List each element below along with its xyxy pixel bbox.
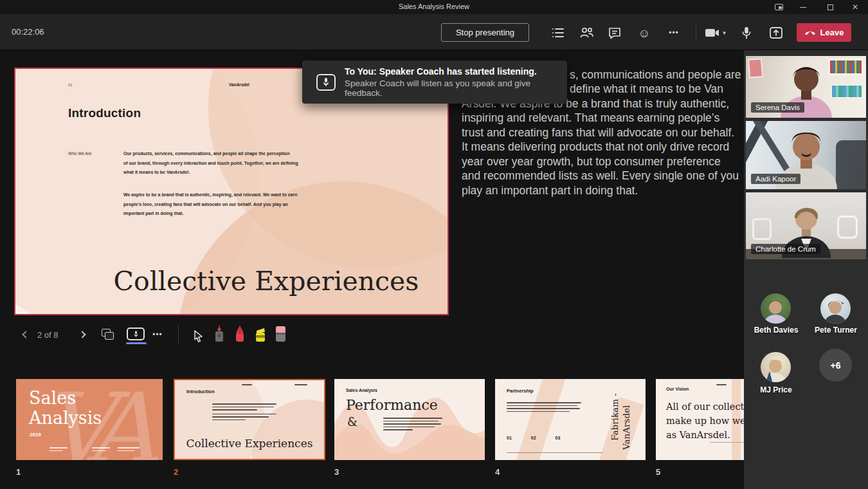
- active-tool-indicator: [126, 342, 147, 344]
- overflow-participants-badge[interactable]: +6: [819, 349, 852, 382]
- pointer-tool[interactable]: [191, 324, 205, 342]
- leave-button[interactable]: Leave: [797, 23, 851, 42]
- toast-title: To You: Speaker Coach has started listen…: [345, 66, 567, 77]
- text-placeholder: [118, 447, 140, 453]
- slide-body-paragraph: Our products, services, communications, …: [123, 149, 316, 178]
- thumbnail-number: 4: [495, 467, 500, 477]
- text-placeholder: [212, 403, 276, 422]
- slide-side-label: Who We Are: [68, 151, 91, 156]
- more-options-icon[interactable]: •••: [664, 23, 683, 42]
- avatar-name: Beth Davies: [744, 326, 808, 335]
- teams-meeting-window: Sales Analysis Review ✕ 00:22:06 Stop pr…: [0, 0, 868, 489]
- slide-position: 2 of 8: [37, 330, 59, 340]
- avatar-mj[interactable]: [761, 352, 791, 382]
- hangup-icon: [804, 30, 816, 35]
- highlighter-tool[interactable]: [253, 324, 267, 342]
- window-title: Sales Analysis Review: [0, 3, 868, 10]
- window-titlebar: Sales Analysis Review ✕: [0, 0, 868, 14]
- thumbnail-amp: &: [347, 415, 357, 429]
- person-silhouette: [761, 293, 791, 324]
- maximize-icon[interactable]: [822, 0, 838, 14]
- toast-subtitle: Speaker Coach will listen as you speak a…: [345, 78, 567, 98]
- participant-name: Aadi Kapoor: [751, 174, 800, 184]
- toolbar-divider: [696, 23, 696, 42]
- thumbnail-number: 3: [334, 467, 339, 477]
- text-placeholder: [92, 447, 110, 453]
- slide-heading: Introduction: [68, 106, 141, 120]
- slide-thumbnail-3[interactable]: Sales Analysis Performance &: [334, 379, 485, 460]
- thumbnail-number: 1: [16, 467, 21, 477]
- thumbnail-number: 5: [656, 467, 660, 477]
- thumbnail-year: 2019: [30, 432, 41, 438]
- text-placeholder: [383, 418, 442, 432]
- thumbnail-list-items: 01 02 03: [507, 436, 560, 440]
- thumbnail-rule: [507, 452, 603, 453]
- previous-slide-icon[interactable]: [19, 328, 32, 341]
- share-screen-icon[interactable]: [766, 23, 786, 42]
- slide-thumbnail-1[interactable]: VA Sales Analysis 2019: [16, 379, 163, 460]
- chat-icon[interactable]: [605, 23, 624, 42]
- thumbnail-side-title: Fabrikam -: [610, 393, 620, 441]
- thumbnail-number: 2: [174, 467, 178, 477]
- microphone-icon[interactable]: [737, 23, 756, 42]
- meeting-notes-icon[interactable]: [548, 23, 568, 42]
- thumbnail-heading: Sales Analysis: [346, 388, 377, 392]
- pen-tool[interactable]: [233, 324, 247, 342]
- slide-thumbnail-2-selected[interactable]: Introduction Collective Experiences: [174, 379, 325, 460]
- text-placeholder: [507, 402, 581, 414]
- thumbnail-rule: [710, 442, 748, 443]
- camera-dropdown-icon[interactable]: ▾: [723, 30, 726, 36]
- speaker-coach-icon: [316, 74, 336, 91]
- thumbnail-side-title: VanArsdel: [621, 405, 631, 450]
- speaker-coach-toggle-icon[interactable]: [125, 326, 147, 342]
- meeting-timer: 00:22:06: [12, 27, 44, 37]
- nav-divider: [178, 325, 179, 344]
- reactions-icon[interactable]: ☺: [635, 23, 654, 42]
- camera-toggle-icon[interactable]: ▾: [702, 23, 729, 42]
- slide-body-paragraph: We aspire to be a brand that is authenti…: [123, 190, 316, 219]
- close-icon[interactable]: ✕: [847, 0, 863, 14]
- video-tile-serena[interactable]: Serena Davis: [746, 56, 866, 118]
- participant-name: Charlotte de Crum: [751, 244, 820, 254]
- current-slide: 01 VanArsdel Introduction Who We Are Our…: [14, 68, 449, 315]
- text-placeholder: [294, 384, 307, 387]
- thumbnail-title: Sales Analysis: [29, 388, 102, 428]
- meeting-toolbar: 00:22:06 Stop presenting ☺ •: [0, 14, 868, 50]
- picture-in-picture-icon[interactable]: [771, 0, 786, 14]
- stop-presenting-button[interactable]: Stop presenting: [441, 23, 529, 42]
- thumbnail-title: Collective Experiences: [175, 437, 324, 450]
- text-placeholder: [716, 384, 727, 387]
- thumbnail-heading: Our Vision: [666, 387, 689, 391]
- eraser-tool[interactable]: [273, 324, 287, 342]
- participant-name: Serena Davis: [751, 102, 804, 113]
- video-tile-charlotte[interactable]: Charlotte de Crum: [746, 192, 866, 259]
- thumbnail-heading: Introduction: [186, 389, 215, 394]
- thumbnail-heading: Partnership: [507, 388, 534, 394]
- person-silhouette: [820, 293, 851, 324]
- nav-more-options-icon[interactable]: •••: [149, 327, 166, 342]
- thumbnail-title: Performance: [346, 397, 438, 413]
- avatar-name: Pete Turner: [804, 326, 868, 335]
- slide-brand: VanArsdel: [201, 82, 278, 87]
- speaker-coach-toast[interactable]: To You: Speaker Coach has started listen…: [302, 60, 567, 104]
- person-silhouette: [761, 352, 791, 382]
- avatar-beth[interactable]: [761, 293, 791, 324]
- participants-icon[interactable]: [577, 23, 596, 42]
- video-tile-aadi[interactable]: Aadi Kapoor: [746, 121, 866, 189]
- slide-thumbnail-4[interactable]: Partnership 01 02 03 Fabrikam - VanArsde…: [495, 379, 646, 460]
- minimize-icon[interactable]: [795, 0, 811, 14]
- text-placeholder: [50, 447, 68, 453]
- participants-panel: Serena Davis Aadi Kapoor: [744, 50, 868, 489]
- leave-label: Leave: [820, 28, 844, 37]
- slide-grid-icon[interactable]: [100, 327, 116, 342]
- text-placeholder: [242, 384, 252, 387]
- slide-page-number: 01: [68, 83, 73, 87]
- laser-pointer-tool[interactable]: [212, 324, 226, 342]
- presentation-stage: 01 VanArsdel Introduction Who We Are Our…: [0, 50, 744, 489]
- next-slide-icon[interactable]: [76, 328, 89, 341]
- slide-title: Collective Experiences: [105, 266, 427, 297]
- avatar-pete[interactable]: [820, 293, 851, 324]
- avatar-name: MJ Price: [744, 385, 808, 394]
